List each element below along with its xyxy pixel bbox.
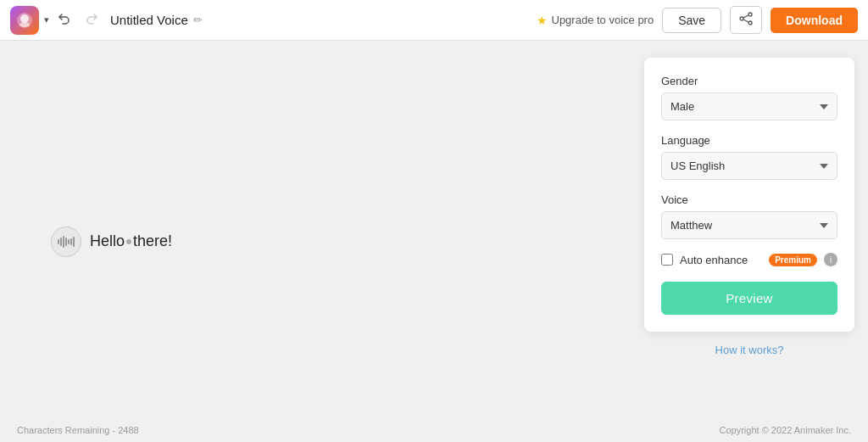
copyright: Copyright © 2022 Animaker Inc.: [720, 425, 851, 435]
svg-point-2: [19, 22, 30, 27]
gender-label: Gender: [661, 75, 837, 87]
logo-dropdown[interactable]: ▾: [44, 14, 49, 25]
wave-bars: [58, 236, 75, 248]
text-after-dot: there!: [133, 232, 172, 250]
svg-point-3: [748, 13, 752, 16]
canvas-area[interactable]: Hello there!: [0, 41, 631, 442]
logo-area: ▾: [10, 6, 49, 35]
voice-card: Gender Male Female Language US English U…: [644, 58, 854, 332]
edit-title-icon[interactable]: ✏: [193, 14, 203, 26]
upgrade-button[interactable]: ★ Upgrade to voice pro: [537, 14, 654, 27]
share-button[interactable]: [730, 6, 762, 34]
svg-point-5: [748, 21, 752, 25]
waveform-icon[interactable]: [51, 227, 81, 257]
gender-group: Gender Male Female: [661, 75, 837, 120]
voice-label: Voice: [661, 193, 837, 206]
download-button[interactable]: Download: [771, 8, 858, 33]
text-before-dot: Hello: [90, 232, 125, 250]
header-right: ★ Upgrade to voice pro Save Download: [537, 6, 859, 34]
document-title: Untitled Voice: [110, 13, 188, 27]
text-block: Hello there!: [51, 227, 172, 257]
auto-enhance-label: Auto enhance: [680, 254, 762, 266]
right-panel: Gender Male Female Language US English U…: [631, 41, 868, 442]
text-dot: [126, 239, 131, 244]
footer: Characters Remaining - 2488 Copyright © …: [0, 425, 868, 435]
app-logo-icon[interactable]: [10, 6, 39, 35]
upgrade-label: Upgrade to voice pro: [552, 14, 654, 26]
language-label: Language: [661, 134, 837, 147]
voice-group: Voice Matthew Joanna Salli Kendra: [661, 193, 837, 239]
text-content: Hello there!: [90, 232, 172, 250]
title-area: Untitled Voice ✏: [110, 13, 203, 27]
premium-badge: Premium: [769, 254, 817, 266]
auto-enhance-checkbox[interactable]: [661, 254, 673, 266]
characters-remaining: Characters Remaining - 2488: [17, 425, 139, 435]
voice-select[interactable]: Matthew Joanna Salli Kendra: [661, 211, 837, 239]
svg-point-4: [740, 17, 743, 20]
language-group: Language US English UK English Australia…: [661, 134, 837, 180]
star-icon: ★: [537, 14, 548, 27]
gender-select[interactable]: Male Female: [661, 92, 837, 120]
how-it-works-link[interactable]: How it works?: [715, 344, 784, 356]
svg-point-1: [20, 14, 29, 23]
language-select[interactable]: US English UK English Australian English: [661, 152, 837, 180]
undo-button[interactable]: [53, 7, 76, 34]
info-icon[interactable]: i: [824, 253, 837, 266]
auto-enhance-row: Auto enhance Premium i: [661, 253, 837, 266]
main-area: Hello there! Gender Male Female Language…: [0, 41, 868, 442]
preview-button[interactable]: Preview: [661, 282, 837, 315]
save-button[interactable]: Save: [662, 8, 721, 33]
redo-button[interactable]: [80, 7, 103, 34]
header: ▾ Untitled Voice ✏ ★ Upgrade to voice pr…: [0, 0, 868, 41]
